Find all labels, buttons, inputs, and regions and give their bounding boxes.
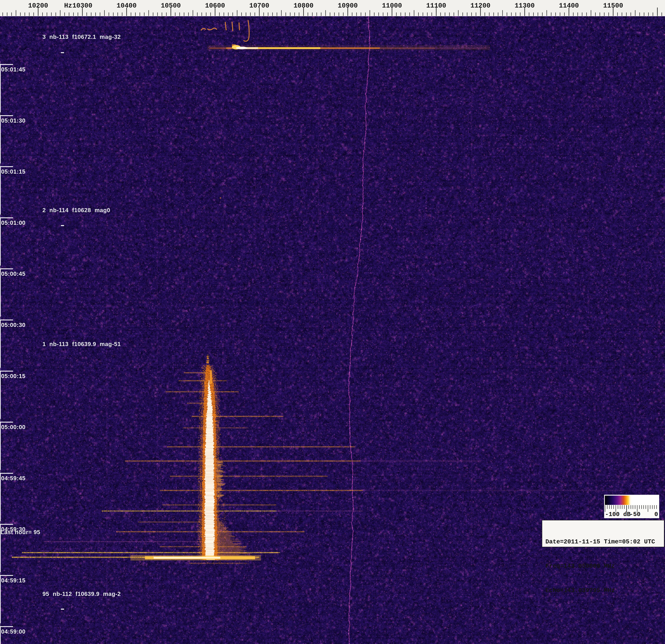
status-freq-line: Freq=143.050000 MHz <box>546 562 664 570</box>
colorbar-min-label: -100 dB <box>605 511 630 518</box>
colorbar-mid-label: -50 <box>629 511 641 518</box>
colorbar-legend: -100 dB -50 0 <box>604 495 659 518</box>
colorbar-max-label: 0 <box>654 511 658 518</box>
hour-count-label: Last hour= 95 <box>1 529 40 535</box>
status-echo-line: Echo=143.039795 MHz <box>546 586 664 594</box>
status-date-line: Date=2011-11-15 Time=05:02 UTC <box>546 538 664 546</box>
spectrogram-window: 1020010300104001050010600107001080010900… <box>0 0 665 644</box>
colorbar-gradient <box>605 496 659 505</box>
status-box: Date=2011-11-15 Time=05:02 UTC Freq=143.… <box>542 520 664 547</box>
